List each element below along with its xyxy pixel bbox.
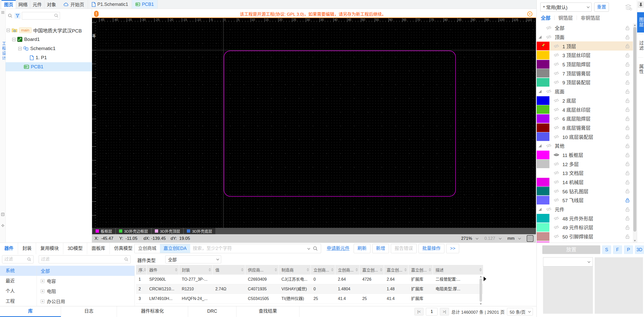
request-new-component-link[interactable]: 申请新元件 (327, 243, 350, 254)
layer-row[interactable]: 49 元件标识层 (537, 223, 633, 232)
layer-row[interactable]: 9 顶层装配层 (537, 78, 633, 87)
library-tab[interactable]: 器件 (0, 243, 18, 254)
visibility-toggle-icon[interactable] (553, 135, 559, 139)
layer-row[interactable]: 1 顶层 (537, 41, 633, 51)
lock-toggle-icon[interactable] (625, 80, 630, 85)
component-search-input[interactable] (190, 246, 307, 251)
sort-arrows-icon[interactable] (331, 268, 334, 272)
library-tab[interactable]: 3D模型 (63, 243, 87, 254)
tree-node-sheet[interactable]: 1. P1 (6, 53, 92, 62)
visibility-toggle-icon[interactable] (553, 162, 559, 166)
visibility-toggle-icon[interactable] (546, 144, 552, 148)
visibility-toggle-icon[interactable] (546, 26, 552, 30)
grid-toggle-icon[interactable] (527, 235, 533, 242)
visibility-toggle-icon[interactable] (553, 71, 559, 75)
footprint-select[interactable] (543, 257, 593, 266)
layer-row[interactable]: 2 底层 (537, 96, 633, 105)
library-action-button[interactable]: 批量操作 (418, 244, 444, 253)
table-header-cell[interactable]: 立创商... (311, 265, 335, 275)
visibility-toggle-icon[interactable] (553, 189, 559, 193)
sort-arrows-icon[interactable] (144, 268, 146, 272)
lock-toggle-icon[interactable] (625, 198, 630, 203)
visibility-toggle-icon[interactable] (553, 80, 559, 84)
library-action-button[interactable]: 新增 (372, 244, 389, 253)
preview-mode-button[interactable]: F (613, 245, 622, 254)
visibility-toggle-icon[interactable] (553, 98, 559, 103)
table-row[interactable]: 3LM74910H...HVQFN-24_... C50341505TI(德州仪… (136, 294, 483, 304)
layer-row[interactable]: 13 文档层 (537, 168, 633, 178)
lock-toggle-icon[interactable] (625, 116, 630, 121)
dock-gear-icon[interactable] (1, 224, 5, 227)
library-nav-item[interactable]: 工程 (0, 296, 37, 306)
lock-toggle-icon[interactable] (625, 62, 630, 67)
sort-arrows-icon[interactable] (355, 268, 358, 272)
filter-funnel-icon[interactable] (14, 13, 21, 19)
sort-arrows-icon[interactable] (479, 268, 482, 272)
table-scrollbar[interactable] (479, 275, 483, 306)
last-page-button[interactable]: >| (440, 308, 449, 315)
pcb-viewport[interactable] (92, 22, 536, 228)
legend-layer-chip[interactable]: 板框层 (93, 228, 115, 234)
tab-all-layers[interactable]: 全部 (541, 14, 550, 21)
legend-layer-chip[interactable]: 3D外壳底层 (184, 228, 215, 234)
category-item[interactable]: 电容 (37, 276, 134, 286)
library-nav-item[interactable]: 个人 (0, 286, 37, 296)
preview-mode-button[interactable]: S (602, 245, 611, 254)
footer-tab[interactable]: DRC (188, 306, 236, 317)
lock-toggle-icon[interactable] (625, 234, 630, 239)
layer-color-swatch[interactable] (537, 69, 549, 77)
lock-toggle-icon[interactable] (625, 216, 630, 221)
layer-row[interactable]: 元件 (537, 205, 633, 214)
zoom-level-select[interactable]: 271% (461, 236, 478, 241)
source-tab-lcsc-mall[interactable]: 立创商城 (134, 244, 160, 253)
library-tab[interactable]: 面板库 (87, 243, 110, 254)
board-outline[interactable] (224, 51, 456, 197)
library-tab[interactable]: 仿真模型 (110, 243, 137, 254)
sort-arrows-icon[interactable] (429, 268, 431, 272)
tree-node-board[interactable]: Board1 (6, 35, 92, 44)
close-icon[interactable]: ✕ (527, 11, 532, 17)
legend-layer-chip[interactable]: 3D外壳边框层 (116, 228, 151, 234)
preview-mode-button[interactable]: P (624, 245, 633, 254)
page-number-input[interactable] (426, 308, 438, 315)
lock-toggle-icon[interactable] (625, 171, 630, 176)
layer-color-swatch[interactable] (537, 96, 549, 105)
sort-arrows-icon[interactable] (241, 268, 244, 272)
footer-tab[interactable]: 日志 (61, 306, 117, 317)
layer-row[interactable]: 7 顶层锡膏层 (537, 69, 633, 78)
tree-node-project[interactable]: main 中国地质大学武汉PCB (6, 26, 92, 35)
table-header-cell[interactable]: 供应商... (245, 265, 279, 275)
layer-row[interactable]: 4 底层丝印层 (537, 105, 633, 114)
tree-node-pcb[interactable]: PCB1 (6, 62, 92, 71)
search-icon[interactable] (7, 13, 13, 19)
layer-row[interactable]: 底面 (537, 87, 633, 96)
layer-color-swatch[interactable] (537, 51, 549, 59)
layer-color-swatch[interactable] (537, 169, 549, 177)
collapse-toggle-icon[interactable] (18, 47, 22, 50)
visibility-toggle-icon[interactable] (553, 44, 559, 48)
layer-color-swatch[interactable] (537, 151, 549, 159)
table-header-cell[interactable]: 嘉立创... (409, 265, 433, 275)
layer-color-swatch[interactable] (537, 132, 549, 141)
doc-tab-start-page[interactable]: 开始页 (60, 0, 88, 9)
category-item[interactable]: 全部 (37, 266, 134, 276)
layer-color-swatch[interactable] (537, 187, 549, 195)
table-row[interactable]: 1SP2060LTO-277_3P-... C2693409CJ(江苏长电...… (136, 275, 483, 284)
table-header-cell[interactable]: 器件 (147, 265, 179, 275)
sort-arrows-icon[interactable] (275, 268, 277, 272)
layer-color-swatch[interactable] (537, 78, 549, 87)
layer-color-swatch[interactable] (537, 232, 549, 241)
component-type-select[interactable]: 全部 (165, 255, 221, 263)
pin-panel-icon[interactable] (638, 1, 644, 8)
layer-color-swatch[interactable] (537, 160, 549, 168)
scrollbar-thumb[interactable] (480, 278, 482, 302)
lock-toggle-icon[interactable] (625, 53, 630, 58)
visibility-toggle-icon[interactable] (553, 153, 559, 157)
panel-expand-handle[interactable] (484, 277, 486, 281)
reset-button[interactable]: 重置 (594, 3, 609, 12)
category-item[interactable]: 办公日用 (37, 296, 134, 306)
layer-row[interactable]: 57 飞线层 (537, 196, 633, 205)
lock-toggle-icon[interactable] (625, 71, 630, 76)
visibility-toggle-icon[interactable] (553, 171, 559, 175)
scroll-up-icon[interactable] (634, 24, 636, 26)
